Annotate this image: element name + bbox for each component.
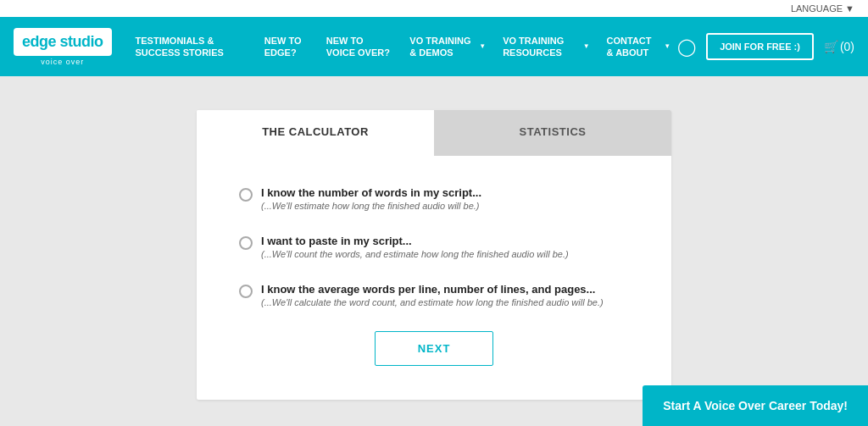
chevron-down-icon-3: ▼ bbox=[664, 42, 670, 51]
vo-resources-link[interactable]: VO TRAINING RESOURCES ▼ bbox=[496, 28, 596, 66]
option-main-3: I know the average words per line, numbe… bbox=[261, 283, 604, 296]
option-text-2: I want to paste in my script... (...We'l… bbox=[261, 235, 569, 259]
radio-circle-1[interactable] bbox=[239, 188, 253, 202]
nav-item-vo-demos[interactable]: VO TRAINING & DEMOS ▼ bbox=[403, 28, 492, 66]
join-button[interactable]: JOIN FOR FREE :) bbox=[706, 33, 814, 60]
cart-count: (0) bbox=[840, 40, 854, 53]
language-bar: LANGUAGE ▼ bbox=[0, 0, 868, 17]
nav-item-vo-resources[interactable]: VO TRAINING RESOURCES ▼ bbox=[496, 28, 596, 66]
nav-items: TESTIMONIALS & SUCCESS STORIES NEW TO ED… bbox=[129, 28, 678, 66]
language-toggle[interactable]: LANGUAGE ▼ bbox=[791, 3, 854, 14]
contact-link[interactable]: CONTACT & ABOUT ▼ bbox=[600, 28, 678, 66]
main-content: THE CALCULATOR STATISTICS I know the num… bbox=[0, 76, 868, 426]
language-label: LANGUAGE bbox=[791, 3, 843, 14]
chevron-down-icon-2: ▼ bbox=[583, 42, 590, 51]
tab-statistics-label: STATISTICS bbox=[520, 125, 587, 138]
nav-right: ◯ JOIN FOR FREE :) 🛒(0) bbox=[677, 33, 854, 60]
nav-label-vo-resources: VO TRAINING RESOURCES bbox=[503, 35, 579, 59]
radio-option-1[interactable]: I know the number of words in my script.… bbox=[239, 186, 629, 211]
option-sub-2: (...We'll count the words, and estimate … bbox=[261, 249, 569, 259]
option-sub-1: (...We'll estimate how long the finished… bbox=[261, 201, 481, 211]
new-edge-link[interactable]: NEW TO EDGE? bbox=[258, 28, 316, 66]
option-text-1: I know the number of words in my script.… bbox=[261, 186, 481, 211]
option-sub-3: (...We'll calculate the word count, and … bbox=[261, 297, 604, 307]
option-main-1: I know the number of words in my script.… bbox=[261, 186, 481, 199]
main-nav: edge studio voice over TESTIMONIALS & SU… bbox=[0, 17, 868, 76]
nav-label-vo-demos: VO TRAINING & DEMOS bbox=[409, 35, 476, 59]
cart-icon[interactable]: 🛒(0) bbox=[824, 40, 854, 53]
nav-item-new-edge[interactable]: NEW TO EDGE? bbox=[258, 28, 316, 66]
nav-item-new-vo[interactable]: NEW TO VOICE OVER? bbox=[320, 28, 400, 66]
radio-circle-3[interactable] bbox=[239, 285, 253, 298]
nav-label-testimonials: TESTIMONIALS & SUCCESS STORIES bbox=[136, 35, 248, 59]
new-vo-link[interactable]: NEW TO VOICE OVER? bbox=[320, 28, 400, 66]
language-arrow-icon: ▼ bbox=[845, 3, 854, 14]
logo-box: edge studio bbox=[14, 28, 112, 56]
nav-item-testimonials[interactable]: TESTIMONIALS & SUCCESS STORIES bbox=[129, 28, 254, 66]
radio-circle-2[interactable] bbox=[239, 236, 253, 250]
nav-label-contact: CONTACT & ABOUT bbox=[607, 35, 661, 59]
option-text-3: I know the average words per line, numbe… bbox=[261, 283, 604, 307]
option-main-2: I want to paste in my script... bbox=[261, 235, 569, 247]
logo-sub-text: voice over bbox=[41, 58, 84, 66]
card-body: I know the number of words in my script.… bbox=[197, 156, 671, 400]
tab-statistics[interactable]: STATISTICS bbox=[434, 110, 671, 156]
user-icon[interactable]: ◯ bbox=[677, 36, 696, 57]
nav-item-contact[interactable]: CONTACT & ABOUT ▼ bbox=[600, 28, 678, 66]
testimonials-link[interactable]: TESTIMONIALS & SUCCESS STORIES bbox=[129, 28, 254, 66]
radio-option-2[interactable]: I want to paste in my script... (...We'l… bbox=[239, 235, 629, 259]
logo-link[interactable]: edge studio voice over bbox=[14, 28, 112, 66]
cta-button[interactable]: Start A Voice Over Career Today! bbox=[643, 385, 868, 426]
vo-demos-link[interactable]: VO TRAINING & DEMOS ▼ bbox=[403, 28, 492, 66]
tab-calculator[interactable]: THE CALCULATOR bbox=[197, 110, 434, 156]
chevron-down-icon: ▼ bbox=[479, 42, 486, 51]
radio-option-3[interactable]: I know the average words per line, numbe… bbox=[239, 283, 629, 307]
next-button[interactable]: NEXT bbox=[375, 331, 494, 366]
calculator-card: THE CALCULATOR STATISTICS I know the num… bbox=[197, 110, 671, 400]
logo-edge-text: edge studio bbox=[22, 33, 103, 51]
nav-label-new-edge: NEW TO EDGE? bbox=[264, 35, 309, 59]
nav-label-new-vo: NEW TO VOICE OVER? bbox=[326, 35, 393, 59]
tabs: THE CALCULATOR STATISTICS bbox=[197, 110, 671, 156]
next-btn-wrap: NEXT bbox=[239, 331, 629, 366]
tab-calculator-label: THE CALCULATOR bbox=[262, 125, 369, 138]
